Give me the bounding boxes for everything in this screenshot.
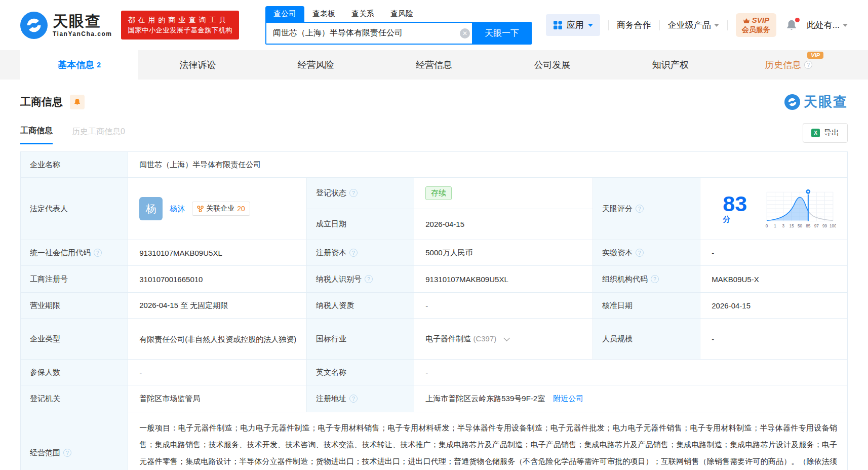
taxpayer-id-label: 纳税人识别号 — [307, 266, 414, 293]
reg-authority-value: 普陀区市场监管局 — [128, 385, 307, 412]
paid-capital-value: - — [700, 240, 848, 266]
tianyancha-logo-icon — [784, 94, 800, 110]
search-input[interactable] — [265, 22, 476, 45]
business-cooperation-link[interactable]: 商务合作 — [617, 19, 651, 31]
svg-text:99: 99 — [822, 224, 827, 228]
search-tab-boss[interactable]: 查老板 — [304, 6, 343, 22]
help-icon[interactable] — [651, 275, 659, 283]
help-icon[interactable] — [63, 449, 71, 457]
search-tab-risk[interactable]: 查风险 — [382, 6, 421, 22]
svg-text:97: 97 — [814, 224, 819, 228]
taxpayer-quality-label: 纳税人资质 — [307, 293, 414, 319]
svg-text:0: 0 — [766, 224, 768, 228]
reg-address-text: 上海市普陀区云岭东路539号9F-2室 — [425, 394, 545, 403]
nearby-companies-link[interactable]: 附近公司 — [553, 394, 583, 403]
reg-status-label-text: 登记状态 — [316, 188, 346, 198]
export-button[interactable]: 导出 — [803, 123, 848, 143]
tab-ip-label: 知识产权 — [652, 59, 689, 71]
tab-history-label: 历史信息 — [765, 59, 801, 71]
business-scope-text: 一般项目：电子元器件制造；电力电子元器件制造；电子专用材料销售；电子专用材料研发… — [139, 417, 840, 470]
watermark-logo: 天眼查 — [784, 93, 848, 111]
tab-basic-info[interactable]: 基本信息 2 — [20, 50, 138, 80]
business-info-table: 企业名称 闻世芯（上海）半导体有限责任公司 法定代表人 杨 杨沐 — [20, 151, 848, 470]
svg-text:85: 85 — [806, 224, 811, 228]
approval-date-label: 核准日期 — [593, 293, 700, 319]
help-icon[interactable] — [349, 249, 358, 257]
divider — [608, 20, 609, 30]
score-distribution-chart: 0 1 3 15 50 85 97 99 100 — [764, 185, 836, 232]
tab-operation-info[interactable]: 经营信息 — [375, 50, 493, 80]
clear-search-icon[interactable] — [460, 28, 470, 38]
excel-icon — [811, 129, 820, 137]
tab-operation-risk[interactable]: 经营风险 — [257, 50, 375, 80]
legal-rep-label: 法定代表人 — [21, 178, 128, 240]
score-label-text: 天眼评分 — [602, 204, 633, 214]
company-nav-bar: 基本信息 2 法律诉讼 经营风险 经营信息 公司发展 知识产权 VIP 历史信息 — [0, 50, 868, 80]
help-icon[interactable] — [349, 395, 358, 403]
svg-text:15: 15 — [790, 224, 795, 228]
user-account-menu[interactable]: 此处有... — [807, 19, 848, 31]
business-scope-label: 经营范围 — [21, 412, 128, 470]
search-tab-relation[interactable]: 查关系 — [343, 6, 382, 22]
approval-date-value: 2026-04-15 — [700, 293, 848, 319]
main-content: 工商信息 天眼查 工商信息 历史工商信息0 导出 — [0, 93, 868, 470]
legal-rep-cell: 杨 杨沐 关联企业 20 — [128, 178, 307, 240]
subscribe-bell-button[interactable] — [70, 95, 85, 109]
org-code-label-text: 组织机构代码 — [602, 275, 648, 284]
tab-intellectual-property[interactable]: 知识产权 — [611, 50, 729, 80]
tianyancha-logo[interactable]: 天眼查 TianYanCha.com — [20, 12, 112, 39]
taxpayer-id-value: 91310107MAKB09U5XL — [414, 266, 593, 293]
section-title: 工商信息 — [20, 95, 63, 109]
help-icon[interactable] — [636, 249, 644, 257]
business-term-value: 2026-04-15 至 无固定期限 — [128, 293, 307, 319]
tab-legal-label: 法律诉讼 — [179, 59, 216, 71]
paid-capital-label-text: 实缴资本 — [602, 248, 633, 258]
establish-date-label: 成立日期 — [307, 209, 414, 240]
tianyancha-logo-icon — [20, 12, 48, 39]
tab-operation-label: 经营信息 — [416, 59, 452, 71]
enterprise-products-label: 企业级产品 — [668, 19, 711, 31]
chevron-down-icon[interactable] — [504, 335, 510, 341]
related-companies-badge[interactable]: 关联企业 20 — [192, 202, 250, 216]
legal-rep-avatar[interactable]: 杨 — [139, 197, 163, 220]
svg-text:50: 50 — [798, 224, 803, 228]
establish-date-value: 2026-04-15 — [414, 209, 593, 240]
export-label: 导出 — [824, 128, 839, 138]
score-cell: 83分 0 — [700, 178, 848, 240]
reg-status-value: 存续 — [414, 178, 593, 209]
search-tab-company[interactable]: 查公司 — [265, 6, 304, 22]
reg-status-label: 登记状态 — [307, 178, 414, 209]
legal-rep-name-link[interactable]: 杨沐 — [170, 204, 185, 214]
svip-member-button[interactable]: SVIP 会员服务 — [736, 13, 776, 36]
industry-value: 电子器件制造 (C397) — [414, 319, 593, 360]
insured-count-label: 参保人数 — [21, 360, 128, 385]
help-icon[interactable] — [365, 275, 373, 283]
help-icon[interactable] — [804, 61, 812, 69]
org-code-value: MAKB09U5-X — [700, 266, 848, 293]
credit-code-label-text: 统一社会信用代码 — [30, 248, 91, 258]
apps-menu-button[interactable]: 应用 — [546, 14, 600, 36]
tab-company-development[interactable]: 公司发展 — [493, 50, 611, 80]
taxpayer-quality-value: - — [414, 293, 593, 319]
reg-number-value: 310107001665010 — [128, 266, 307, 293]
business-term-label: 营业期限 — [21, 293, 128, 319]
help-icon[interactable] — [636, 205, 644, 213]
industry-name: 电子器件制造 — [425, 334, 471, 343]
subtab-business-info[interactable]: 工商信息 — [20, 126, 53, 144]
subtab-history-business-info[interactable]: 历史工商信息0 — [72, 127, 125, 144]
paid-capital-label: 实缴资本 — [593, 240, 700, 266]
tab-legal-proceedings[interactable]: 法律诉讼 — [138, 50, 256, 80]
notifications-button[interactable] — [785, 19, 798, 31]
divider — [659, 20, 660, 30]
help-icon[interactable] — [349, 189, 358, 197]
staff-size-value: - — [700, 319, 848, 360]
taxpayer-id-label-text: 纳税人识别号 — [316, 275, 362, 284]
search-button[interactable]: 天眼一下 — [472, 22, 532, 45]
tab-basic-info-count: 2 — [97, 61, 101, 69]
enterprise-products-link[interactable]: 企业级产品 — [668, 19, 719, 31]
reg-capital-label: 注册资本 — [307, 240, 414, 266]
tab-development-label: 公司发展 — [534, 59, 570, 71]
help-icon[interactable] — [94, 249, 102, 257]
business-scope-label-text: 经营范围 — [30, 448, 60, 458]
tab-history-info[interactable]: VIP 历史信息 — [730, 50, 848, 80]
